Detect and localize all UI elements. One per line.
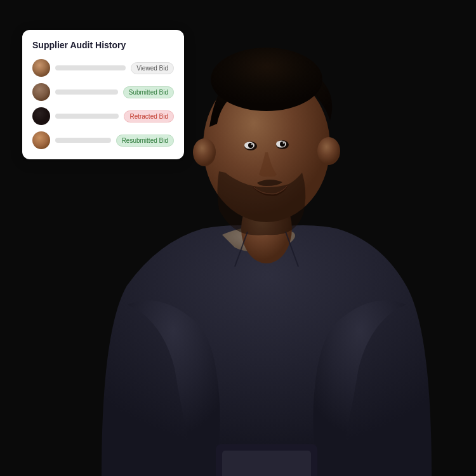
- name-placeholder: [55, 89, 118, 95]
- svg-point-3: [211, 48, 322, 111]
- audit-row: Resubmitted Bid: [32, 131, 174, 149]
- avatar: [32, 59, 50, 77]
- name-placeholder: [55, 138, 111, 143]
- avatar: [32, 83, 50, 101]
- audit-row: Viewed Bid: [32, 59, 174, 77]
- avatar: [32, 131, 50, 149]
- avatar: [32, 107, 50, 125]
- name-placeholder: [55, 65, 126, 70]
- svg-point-11: [283, 142, 285, 144]
- status-badge: Resubmitted Bid: [116, 135, 174, 147]
- status-badge: Submitted Bid: [123, 86, 174, 98]
- audit-row: Retracted Bid: [32, 107, 174, 125]
- svg-point-10: [251, 143, 253, 145]
- audit-history-card: Supplier Audit History Viewed Bid Submit…: [22, 30, 184, 159]
- status-badge: Retracted Bid: [124, 110, 174, 122]
- audit-row: Submitted Bid: [32, 83, 174, 101]
- status-badge: Viewed Bid: [131, 62, 174, 74]
- svg-point-12: [193, 138, 216, 166]
- name-placeholder: [55, 114, 119, 119]
- svg-rect-17: [222, 451, 311, 476]
- svg-point-13: [317, 137, 340, 165]
- card-title: Supplier Audit History: [32, 40, 174, 50]
